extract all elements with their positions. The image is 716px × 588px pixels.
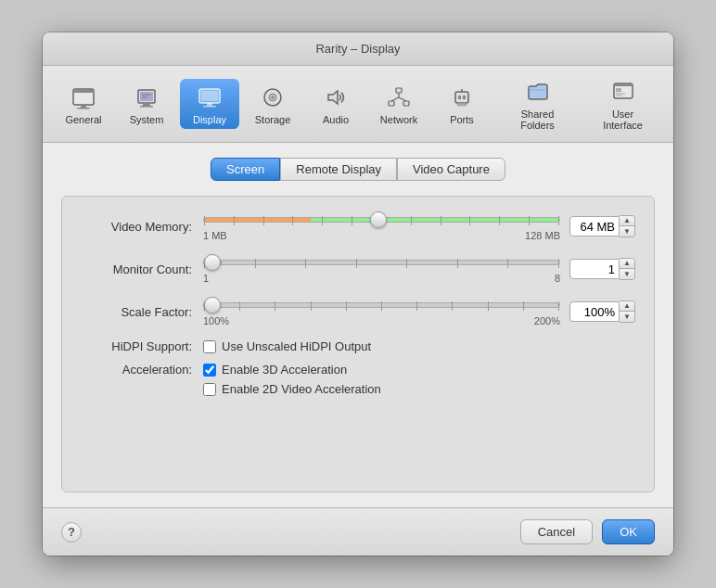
video-memory-input[interactable] — [569, 216, 620, 236]
scale-factor-range-labels: 100% 200% — [203, 315, 560, 326]
footer: ? Cancel OK — [43, 507, 673, 556]
hidpi-checkbox-item[interactable]: Use Unscaled HiDPI Output — [203, 339, 371, 353]
toolbar-item-general[interactable]: General — [54, 79, 113, 129]
svg-rect-12 — [207, 103, 212, 106]
toolbar-label-system: System — [130, 114, 164, 125]
svg-rect-32 — [616, 93, 625, 95]
acceleration-section: Acceleration: Enable 3D Acceleration Ena… — [81, 363, 635, 396]
svg-rect-7 — [140, 106, 153, 108]
monitor-count-spin-down[interactable]: ▼ — [620, 269, 634, 279]
video-memory-slider-container: 1 MB 128 MB — [203, 211, 560, 241]
scale-factor-slider-track[interactable] — [203, 297, 560, 313]
monitor-count-slider-track[interactable] — [203, 254, 560, 271]
monitor-count-thumb[interactable] — [204, 254, 221, 271]
toolbar-label-display: Display — [193, 114, 226, 125]
video-memory-slider-track[interactable] — [203, 211, 560, 228]
toolbar-item-shared-folders[interactable]: Shared Folders — [495, 73, 580, 134]
titlebar: Rarity – Display — [43, 32, 673, 66]
hidpi-row: HiDPI Support: Use Unscaled HiDPI Output — [81, 339, 635, 353]
scale-factor-thumb[interactable] — [204, 297, 221, 313]
tab-screen[interactable]: Screen — [211, 158, 280, 181]
scale-factor-slider-container: 100% 200% — [203, 297, 560, 326]
video-memory-spin-down[interactable]: ▼ — [620, 226, 634, 236]
video-memory-min: 1 MB — [203, 230, 227, 241]
general-icon — [69, 83, 98, 112]
svg-rect-18 — [396, 88, 402, 93]
display-icon — [195, 83, 224, 112]
svg-rect-2 — [81, 105, 86, 108]
monitor-count-spin-up[interactable]: ▲ — [620, 259, 634, 269]
monitor-count-slider-container: 1 8 — [203, 254, 560, 284]
monitor-count-spin-buttons: ▲ ▼ — [620, 258, 635, 280]
tab-remote-display[interactable]: Remote Display — [280, 158, 397, 181]
hidpi-checkbox[interactable] — [203, 340, 216, 353]
window-title: Rarity – Display — [315, 42, 400, 56]
hidpi-checkbox-label: Use Unscaled HiDPI Output — [222, 339, 371, 353]
svg-rect-1 — [73, 89, 94, 93]
acceleration-2d-item[interactable]: Enable 2D Video Acceleration — [203, 382, 381, 396]
ports-icon — [447, 83, 477, 112]
svg-rect-19 — [389, 101, 394, 106]
user-interface-icon — [608, 77, 638, 107]
svg-rect-13 — [203, 106, 216, 108]
monitor-count-slider-bg — [203, 260, 560, 265]
main-window: Rarity – Display General — [43, 32, 673, 556]
toolbar-item-display[interactable]: Display — [180, 79, 239, 129]
video-memory-range-labels: 1 MB 128 MB — [203, 230, 560, 241]
acceleration-2d-label: Enable 2D Video Acceleration — [222, 382, 381, 396]
acceleration-label: Acceleration: — [81, 363, 192, 377]
svg-rect-20 — [403, 101, 409, 106]
scale-factor-spin-up[interactable]: ▲ — [620, 301, 634, 312]
acceleration-3d-item[interactable]: Enable 3D Acceleration — [203, 363, 347, 377]
scale-factor-input[interactable] — [569, 301, 620, 322]
system-icon — [132, 83, 161, 112]
acceleration-2d-checkbox[interactable] — [203, 383, 216, 396]
scale-factor-spinbox: ▲ ▼ — [569, 300, 635, 323]
monitor-count-max: 8 — [555, 273, 560, 284]
svg-point-16 — [272, 96, 275, 99]
video-memory-slider-bg — [203, 217, 560, 223]
audio-icon — [321, 83, 351, 112]
video-memory-spin-up[interactable]: ▲ — [620, 216, 634, 226]
ok-button[interactable]: OK — [602, 519, 655, 544]
scale-factor-spin-down[interactable]: ▼ — [620, 312, 634, 322]
monitor-count-input[interactable] — [569, 259, 620, 279]
video-memory-spinbox: ▲ ▼ — [569, 215, 635, 237]
svg-rect-26 — [463, 96, 466, 99]
toolbar-item-network[interactable]: Network — [369, 79, 428, 129]
svg-rect-25 — [458, 96, 461, 99]
toolbar-item-system[interactable]: System — [117, 79, 176, 129]
video-memory-thumb[interactable] — [370, 211, 387, 228]
monitor-count-range-labels: 1 8 — [203, 273, 560, 284]
svg-rect-33 — [616, 95, 622, 96]
monitor-count-spinbox: ▲ ▼ — [569, 258, 635, 280]
svg-line-23 — [399, 97, 406, 101]
acceleration-3d-checkbox[interactable] — [203, 364, 216, 377]
hidpi-label: HiDPI Support: — [81, 339, 192, 353]
toolbar-label-general: General — [65, 114, 101, 125]
toolbar-item-audio[interactable]: Audio — [306, 79, 365, 129]
acceleration-3d-row: Acceleration: Enable 3D Acceleration — [81, 363, 635, 377]
footer-buttons: Cancel OK — [520, 519, 655, 544]
svg-rect-5 — [140, 92, 153, 101]
svg-rect-11 — [201, 91, 218, 101]
tab-video-capture[interactable]: Video Capture — [397, 158, 505, 181]
toolbar-label-shared-folders: Shared Folders — [503, 109, 572, 131]
svg-rect-27 — [457, 103, 467, 106]
svg-rect-24 — [455, 92, 468, 103]
scale-factor-label: Scale Factor: — [81, 305, 192, 319]
help-button[interactable]: ? — [61, 522, 82, 543]
toolbar-item-ports[interactable]: Ports — [432, 79, 492, 129]
cancel-button[interactable]: Cancel — [520, 519, 593, 544]
toolbar-item-storage[interactable]: Storage — [243, 79, 302, 129]
acceleration-3d-label: Enable 3D Acceleration — [222, 363, 347, 377]
monitor-count-min: 1 — [203, 273, 209, 284]
settings-panel: Video Memory: — [61, 196, 655, 492]
toolbar-label-user-interface: User Interface — [591, 109, 655, 131]
scale-factor-slider-bg — [203, 302, 560, 308]
content-area: Screen Remote Display Video Capture Vide… — [43, 143, 673, 507]
svg-marker-17 — [328, 91, 338, 104]
toolbar-item-user-interface[interactable]: User Interface — [583, 73, 662, 134]
toolbar-label-storage: Storage — [255, 114, 291, 125]
svg-rect-3 — [77, 108, 90, 109]
